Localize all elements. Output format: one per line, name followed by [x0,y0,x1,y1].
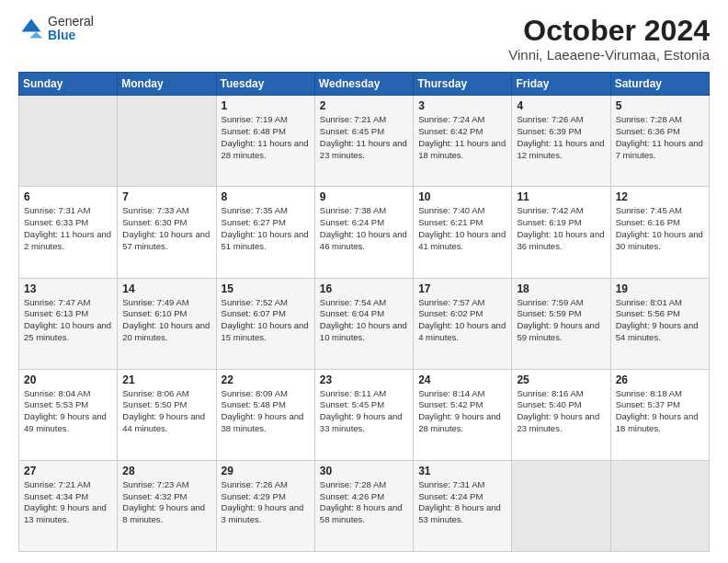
calendar-cell-2-0: 13Sunrise: 7:47 AM Sunset: 6:13 PM Dayli… [19,278,118,369]
day-info-18: Sunrise: 7:59 AM Sunset: 5:59 PM Dayligh… [517,297,605,344]
day-number-20: 20 [24,373,112,386]
calendar-cell-3-6: 26Sunrise: 8:18 AM Sunset: 5:37 PM Dayli… [610,369,709,460]
calendar-cell-3-4: 24Sunrise: 8:14 AM Sunset: 5:42 PM Dayli… [414,369,512,460]
day-info-28: Sunrise: 7:23 AM Sunset: 4:32 PM Dayligh… [122,479,210,526]
calendar-cell-3-3: 23Sunrise: 8:11 AM Sunset: 5:45 PM Dayli… [314,369,413,460]
calendar-cell-4-1: 28Sunrise: 7:23 AM Sunset: 4:32 PM Dayli… [118,460,216,551]
day-number-5: 5 [616,99,704,112]
day-info-3: Sunrise: 7:24 AM Sunset: 6:42 PM Dayligh… [418,114,506,161]
day-number-24: 24 [418,373,506,386]
calendar-cell-0-4: 3Sunrise: 7:24 AM Sunset: 6:42 PM Daylig… [414,96,512,187]
day-info-27: Sunrise: 7:21 AM Sunset: 4:34 PM Dayligh… [24,479,112,526]
logo: General Blue [18,15,94,43]
header: General Blue October 2024 Vinni, Laeaene… [18,15,710,63]
week-row-0: 1Sunrise: 7:19 AM Sunset: 6:48 PM Daylig… [19,96,710,187]
day-number-18: 18 [517,282,605,295]
calendar-cell-3-0: 20Sunrise: 8:04 AM Sunset: 5:53 PM Dayli… [19,369,118,460]
calendar-table: Sunday Monday Tuesday Wednesday Thursday… [18,72,710,552]
day-number-21: 21 [122,373,210,386]
calendar-cell-2-5: 18Sunrise: 7:59 AM Sunset: 5:59 PM Dayli… [512,278,610,369]
day-number-3: 3 [418,99,506,112]
calendar-cell-1-2: 8Sunrise: 7:35 AM Sunset: 6:27 PM Daylig… [216,187,314,278]
weekday-header-row: Sunday Monday Tuesday Wednesday Thursday… [19,73,710,96]
week-row-4: 27Sunrise: 7:21 AM Sunset: 4:34 PM Dayli… [19,460,710,551]
calendar-cell-1-1: 7Sunrise: 7:33 AM Sunset: 6:30 PM Daylig… [118,187,216,278]
day-info-14: Sunrise: 7:49 AM Sunset: 6:10 PM Dayligh… [122,297,210,344]
day-number-7: 7 [122,190,210,203]
day-info-29: Sunrise: 7:26 AM Sunset: 4:29 PM Dayligh… [222,479,310,526]
day-info-16: Sunrise: 7:54 AM Sunset: 6:04 PM Dayligh… [320,297,408,344]
page: General Blue October 2024 Vinni, Laeaene… [0,0,728,563]
day-number-11: 11 [517,190,605,203]
header-sunday: Sunday [19,73,118,96]
day-number-6: 6 [24,190,112,203]
calendar-cell-4-6 [610,460,709,551]
calendar-cell-3-5: 25Sunrise: 8:16 AM Sunset: 5:40 PM Dayli… [512,369,610,460]
day-number-30: 30 [320,465,408,477]
week-row-1: 6Sunrise: 7:31 AM Sunset: 6:33 PM Daylig… [19,187,710,278]
day-number-14: 14 [122,282,210,295]
day-info-12: Sunrise: 7:45 AM Sunset: 6:16 PM Dayligh… [616,205,704,252]
calendar-cell-0-6: 5Sunrise: 7:28 AM Sunset: 6:36 PM Daylig… [610,96,709,187]
day-number-4: 4 [517,99,605,112]
calendar-cell-4-3: 30Sunrise: 7:28 AM Sunset: 4:26 PM Dayli… [314,460,413,551]
calendar-cell-4-2: 29Sunrise: 7:26 AM Sunset: 4:29 PM Dayli… [216,460,314,551]
calendar-cell-0-0 [19,96,118,187]
calendar-cell-4-0: 27Sunrise: 7:21 AM Sunset: 4:34 PM Dayli… [19,460,118,551]
day-number-15: 15 [222,282,310,295]
day-info-4: Sunrise: 7:26 AM Sunset: 6:39 PM Dayligh… [517,114,605,161]
header-thursday: Thursday [414,73,512,96]
day-number-29: 29 [222,465,310,477]
week-row-2: 13Sunrise: 7:47 AM Sunset: 6:13 PM Dayli… [19,278,710,369]
header-saturday: Saturday [610,73,709,96]
day-info-26: Sunrise: 8:18 AM Sunset: 5:37 PM Dayligh… [616,388,704,435]
day-number-8: 8 [222,190,310,203]
day-number-1: 1 [222,99,310,112]
calendar-cell-1-0: 6Sunrise: 7:31 AM Sunset: 6:33 PM Daylig… [19,187,118,278]
svg-marker-0 [22,19,41,32]
calendar-cell-0-2: 1Sunrise: 7:19 AM Sunset: 6:48 PM Daylig… [216,96,314,187]
logo-blue: Blue [48,29,94,42]
day-info-6: Sunrise: 7:31 AM Sunset: 6:33 PM Dayligh… [24,205,112,252]
calendar-cell-0-5: 4Sunrise: 7:26 AM Sunset: 6:39 PM Daylig… [512,96,610,187]
day-info-5: Sunrise: 7:28 AM Sunset: 6:36 PM Dayligh… [616,114,704,161]
day-number-28: 28 [122,465,210,477]
day-info-15: Sunrise: 7:52 AM Sunset: 6:07 PM Dayligh… [222,297,310,344]
title-block: October 2024 Vinni, Laeaene-Virumaa, Est… [508,15,710,63]
calendar-cell-2-4: 17Sunrise: 7:57 AM Sunset: 6:02 PM Dayli… [414,278,512,369]
day-info-1: Sunrise: 7:19 AM Sunset: 6:48 PM Dayligh… [222,114,310,161]
calendar-cell-0-1 [118,96,216,187]
day-number-13: 13 [24,282,112,295]
day-number-17: 17 [418,282,506,295]
month-title: October 2024 [508,15,710,47]
calendar-cell-3-2: 22Sunrise: 8:09 AM Sunset: 5:48 PM Dayli… [216,369,314,460]
day-number-10: 10 [418,190,506,203]
day-number-23: 23 [320,373,408,386]
day-info-24: Sunrise: 8:14 AM Sunset: 5:42 PM Dayligh… [418,388,506,435]
day-info-30: Sunrise: 7:28 AM Sunset: 4:26 PM Dayligh… [320,479,408,526]
calendar-cell-1-5: 11Sunrise: 7:42 AM Sunset: 6:19 PM Dayli… [512,187,610,278]
day-info-21: Sunrise: 8:06 AM Sunset: 5:50 PM Dayligh… [122,388,210,435]
day-number-9: 9 [320,190,408,203]
header-friday: Friday [512,73,610,96]
calendar-cell-2-3: 16Sunrise: 7:54 AM Sunset: 6:04 PM Dayli… [314,278,413,369]
calendar-cell-1-3: 9Sunrise: 7:38 AM Sunset: 6:24 PM Daylig… [314,187,413,278]
day-number-26: 26 [616,373,704,386]
day-info-11: Sunrise: 7:42 AM Sunset: 6:19 PM Dayligh… [517,205,605,252]
calendar-cell-2-2: 15Sunrise: 7:52 AM Sunset: 6:07 PM Dayli… [216,278,314,369]
header-tuesday: Tuesday [216,73,314,96]
day-info-7: Sunrise: 7:33 AM Sunset: 6:30 PM Dayligh… [122,205,210,252]
day-number-12: 12 [616,190,704,203]
day-number-22: 22 [222,373,310,386]
day-info-20: Sunrise: 8:04 AM Sunset: 5:53 PM Dayligh… [24,388,112,435]
day-number-27: 27 [24,465,112,477]
day-info-22: Sunrise: 8:09 AM Sunset: 5:48 PM Dayligh… [222,388,310,435]
header-monday: Monday [118,73,216,96]
day-info-13: Sunrise: 7:47 AM Sunset: 6:13 PM Dayligh… [24,297,112,344]
calendar-cell-1-6: 12Sunrise: 7:45 AM Sunset: 6:16 PM Dayli… [610,187,709,278]
day-number-25: 25 [517,373,605,386]
calendar-cell-2-1: 14Sunrise: 7:49 AM Sunset: 6:10 PM Dayli… [118,278,216,369]
day-number-2: 2 [320,99,408,112]
day-number-31: 31 [418,465,506,477]
logo-general: General [48,15,94,29]
